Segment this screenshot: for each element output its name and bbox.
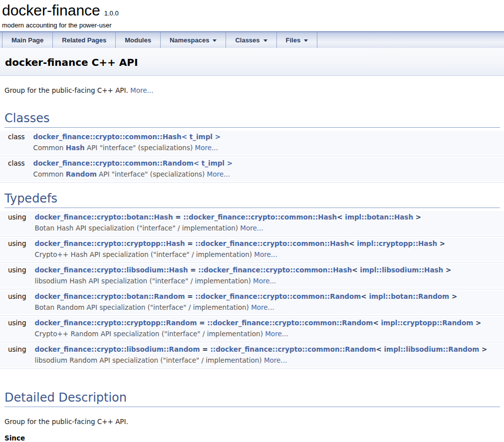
equals-text: = <box>200 345 211 353</box>
template-arg-link[interactable]: impl::libsodium::Random <box>384 345 479 353</box>
tab-classes[interactable]: Classes <box>226 32 276 48</box>
member-name-cell: docker_finance::crypto::libsodium::Hash … <box>34 263 504 275</box>
template-arg-link[interactable]: impl::botan::Random <box>369 292 449 300</box>
project-version: 1.0.0 <box>100 9 119 17</box>
template-close: > <box>443 266 451 274</box>
template-arg-link[interactable]: impl::cryptopp::Random <box>381 319 473 327</box>
desc-spacer <box>0 169 33 181</box>
brief-description: Group for the public-facing C++ API. Mor… <box>4 86 499 94</box>
class-ref-link[interactable]: Hash <box>66 144 85 152</box>
template-close: > <box>473 319 481 327</box>
more-link[interactable]: More... <box>253 277 276 285</box>
class-link[interactable]: docker_finance::crypto::common::Hash< t_… <box>33 133 221 141</box>
table-row-desc: libsodium Random API specialization ("in… <box>0 355 504 367</box>
target-type-link[interactable]: ::docker_finance::crypto::common::Hash <box>183 213 337 221</box>
template-open: < <box>352 266 360 274</box>
more-link[interactable]: More... <box>265 330 288 338</box>
section-heading-detailed-description: Detailed Description <box>4 391 500 407</box>
table-row-desc: Common Random API "interface" (specializ… <box>0 169 504 181</box>
template-open: < <box>376 345 384 353</box>
typedef-link[interactable]: docker_finance::crypto::cryptopp::Random <box>34 319 197 327</box>
tab-label: Namespaces <box>170 36 210 44</box>
tab-modules[interactable]: Modules <box>116 32 161 48</box>
row-separator <box>0 181 504 183</box>
equals-text: = <box>185 239 196 247</box>
member-kind: using <box>0 210 34 222</box>
member-kind: using <box>0 316 34 328</box>
classes-table: class docker_finance::crypto::common::Ha… <box>0 130 504 183</box>
desc-spacer <box>0 249 34 261</box>
brief-text: Group for the public-facing C++ API. <box>4 86 130 94</box>
target-type-link[interactable]: ::docker_finance::crypto::common::Random <box>210 345 376 353</box>
more-link[interactable]: More... <box>130 86 153 94</box>
table-row-desc: Crypto++ Hash API specialization ("inter… <box>0 249 504 261</box>
template-arg-link[interactable]: impl::libsodium::Hash <box>360 266 443 274</box>
member-brief: Botan Hash API specialization ("interfac… <box>34 222 504 235</box>
typedef-link[interactable]: docker_finance::crypto::libsodium::Rando… <box>34 345 200 353</box>
template-close: > <box>479 345 487 353</box>
target-type-link[interactable]: ::docker_finance::crypto::common::Hash <box>198 266 352 274</box>
table-row: using docker_finance::crypto::libsodium:… <box>0 263 504 275</box>
more-link[interactable]: More... <box>254 250 277 258</box>
typedef-link[interactable]: docker_finance::crypto::cryptopp::Hash <box>34 239 185 247</box>
member-kind: using <box>0 342 34 355</box>
template-open: < <box>337 213 345 221</box>
equals-text: = <box>197 319 208 327</box>
class-ref-link[interactable]: Random <box>66 170 97 178</box>
tab-files[interactable]: Files <box>277 32 318 48</box>
member-name-cell: docker_finance::crypto::cryptopp::Random… <box>34 316 504 328</box>
template-close: > <box>449 292 457 300</box>
table-row: using docker_finance::crypto::botan::Has… <box>0 210 504 222</box>
member-kind: class <box>0 130 33 142</box>
project-name-text: docker-finance <box>2 2 100 18</box>
desc-spacer <box>0 142 33 155</box>
chevron-down-icon <box>304 39 308 42</box>
tab-namespaces[interactable]: Namespaces <box>161 32 227 48</box>
brief-text: libsodium Random API specialization ("in… <box>34 356 263 364</box>
class-link[interactable]: docker_finance::crypto::common::Random< … <box>33 159 233 167</box>
target-type-link[interactable]: ::docker_finance::crypto::common::Random <box>207 319 373 327</box>
member-kind: class <box>0 156 33 169</box>
member-name-cell: docker_finance::crypto::libsodium::Rando… <box>34 342 504 355</box>
member-kind: using <box>0 289 34 302</box>
brief-text: Botan Hash API specialization ("interfac… <box>34 224 240 232</box>
template-arg-link[interactable]: impl::botan::Hash <box>345 213 413 221</box>
tab-main-page[interactable]: Main Page <box>2 32 53 48</box>
more-link[interactable]: More... <box>207 170 230 178</box>
tab-label: Classes <box>235 36 259 44</box>
brief-text: Botan Random API specialization ("interf… <box>34 303 251 311</box>
more-link[interactable]: More... <box>195 144 218 152</box>
typedef-link[interactable]: docker_finance::crypto::libsodium::Hash <box>34 266 188 274</box>
template-close: > <box>413 213 421 221</box>
equals-text: = <box>188 266 199 274</box>
template-open: < <box>361 292 369 300</box>
template-arg-link[interactable]: impl::cryptopp::Hash <box>357 239 437 247</box>
chevron-down-icon <box>263 39 267 42</box>
tab-related-pages[interactable]: Related Pages <box>53 32 116 48</box>
detailed-description-text: Group for the public-facing C++ API. <box>4 418 499 426</box>
member-name-cell: docker_finance::crypto::cryptopp::Hash =… <box>34 236 504 249</box>
typedefs-table: using docker_finance::crypto::botan::Has… <box>0 210 504 369</box>
masthead: docker-finance1.0.0 modern accounting fo… <box>0 0 504 31</box>
brief-text: Crypto++ Random API specialization ("int… <box>34 330 265 338</box>
chevron-down-icon <box>213 39 217 42</box>
target-type-link[interactable]: ::docker_finance::crypto::common::Hash <box>195 239 349 247</box>
member-name-cell: docker_finance::crypto::common::Random< … <box>33 156 504 169</box>
table-row: using docker_finance::crypto::cryptopp::… <box>0 236 504 249</box>
table-row: class docker_finance::crypto::common::Ra… <box>0 156 504 169</box>
more-link[interactable]: More... <box>251 303 274 311</box>
typedef-link[interactable]: docker_finance::crypto::botan::Hash <box>34 213 173 221</box>
project-brief: modern accounting for the power-user <box>2 21 504 29</box>
target-type-link[interactable]: ::docker_finance::crypto::common::Random <box>195 292 361 300</box>
brief-text: Crypto++ Hash API specialization ("inter… <box>34 250 254 258</box>
template-open: < <box>373 319 381 327</box>
typedef-link[interactable]: docker_finance::crypto::botan::Random <box>34 292 185 300</box>
more-link[interactable]: More... <box>264 356 287 364</box>
member-name-cell: docker_finance::crypto::common::Hash< t_… <box>33 130 504 142</box>
tab-label: Files <box>286 36 301 44</box>
since-block: Since docker-finance 1.0.0 <box>4 434 499 442</box>
table-row: using docker_finance::crypto::botan::Ran… <box>0 289 504 302</box>
navbar: Main Page Related Pages Modules Namespac… <box>0 31 504 48</box>
more-link[interactable]: More... <box>240 224 263 232</box>
member-name-cell: docker_finance::crypto::botan::Hash = ::… <box>34 210 504 222</box>
